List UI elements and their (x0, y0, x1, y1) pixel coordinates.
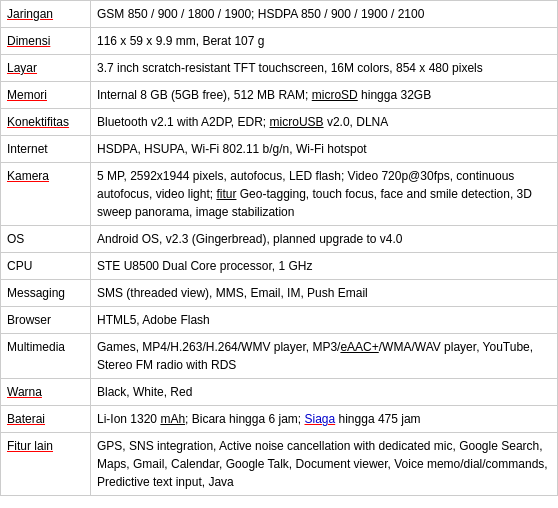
table-row: WarnaBlack, White, Red (1, 379, 558, 406)
table-row: MultimediaGames, MP4/H.263/H.264/WMV pla… (1, 334, 558, 379)
table-row: Kamera5 MP, 2592x1944 pixels, autofocus,… (1, 163, 558, 226)
label-cell-internet: Internet (1, 136, 91, 163)
content-cell-layar: 3.7 inch scratch-resistant TFT touchscre… (91, 55, 558, 82)
content-cell-internet: HSDPA, HSUPA, Wi-Fi 802.11 b/g/n, Wi-Fi … (91, 136, 558, 163)
label-cell-browser: Browser (1, 307, 91, 334)
label-cell-kamera: Kamera (1, 163, 91, 226)
specs-table: JaringanGSM 850 / 900 / 1800 / 1900; HSD… (0, 0, 558, 496)
label-cell-os: OS (1, 226, 91, 253)
label-cell-multimedia: Multimedia (1, 334, 91, 379)
table-row: Dimensi116 x 59 x 9.9 mm, Berat 107 g (1, 28, 558, 55)
table-row: Layar3.7 inch scratch-resistant TFT touc… (1, 55, 558, 82)
table-row: JaringanGSM 850 / 900 / 1800 / 1900; HSD… (1, 1, 558, 28)
content-cell-baterai: Li-Ion 1320 mAh; Bicara hingga 6 jam; Si… (91, 406, 558, 433)
table-row: OSAndroid OS, v2.3 (Gingerbread), planne… (1, 226, 558, 253)
label-cell-jaringan: Jaringan (1, 1, 91, 28)
content-cell-kamera: 5 MP, 2592x1944 pixels, autofocus, LED f… (91, 163, 558, 226)
content-cell-os: Android OS, v2.3 (Gingerbread), planned … (91, 226, 558, 253)
label-cell-konektifitas: Konektifitas (1, 109, 91, 136)
label-cell-cpu: CPU (1, 253, 91, 280)
table-row: MessagingSMS (threaded view), MMS, Email… (1, 280, 558, 307)
label-cell-warna: Warna (1, 379, 91, 406)
label-cell-fitur-lain: Fitur lain (1, 433, 91, 496)
content-cell-dimensi: 116 x 59 x 9.9 mm, Berat 107 g (91, 28, 558, 55)
label-cell-baterai: Baterai (1, 406, 91, 433)
label-cell-messaging: Messaging (1, 280, 91, 307)
content-cell-browser: HTML5, Adobe Flash (91, 307, 558, 334)
table-row: InternetHSDPA, HSUPA, Wi-Fi 802.11 b/g/n… (1, 136, 558, 163)
table-row: BrowserHTML5, Adobe Flash (1, 307, 558, 334)
content-cell-memori: Internal 8 GB (5GB free), 512 MB RAM; mi… (91, 82, 558, 109)
label-cell-dimensi: Dimensi (1, 28, 91, 55)
content-cell-warna: Black, White, Red (91, 379, 558, 406)
content-cell-multimedia: Games, MP4/H.263/H.264/WMV player, MP3/e… (91, 334, 558, 379)
table-row: BateraiLi-Ion 1320 mAh; Bicara hingga 6 … (1, 406, 558, 433)
content-cell-messaging: SMS (threaded view), MMS, Email, IM, Pus… (91, 280, 558, 307)
table-row: KonektifitasBluetooth v2.1 with A2DP, ED… (1, 109, 558, 136)
content-cell-cpu: STE U8500 Dual Core processor, 1 GHz (91, 253, 558, 280)
table-row: Fitur lainGPS, SNS integration, Active n… (1, 433, 558, 496)
table-row: MemoriInternal 8 GB (5GB free), 512 MB R… (1, 82, 558, 109)
table-row: CPUSTE U8500 Dual Core processor, 1 GHz (1, 253, 558, 280)
content-cell-jaringan: GSM 850 / 900 / 1800 / 1900; HSDPA 850 /… (91, 1, 558, 28)
content-cell-fitur-lain: GPS, SNS integration, Active noise cance… (91, 433, 558, 496)
content-cell-konektifitas: Bluetooth v2.1 with A2DP, EDR; microUSB … (91, 109, 558, 136)
label-cell-memori: Memori (1, 82, 91, 109)
label-cell-layar: Layar (1, 55, 91, 82)
